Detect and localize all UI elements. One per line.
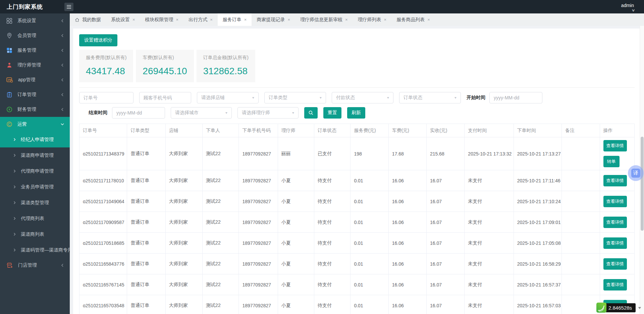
stat-value: 43417.48	[86, 66, 126, 77]
sidebar-item-system-settings[interactable]: 系统设置	[0, 13, 70, 28]
transfer-order-button[interactable]: 转单	[603, 156, 620, 167]
table-row: o251021165767145 普通订单 大师到家 测试22 18977092…	[79, 274, 635, 295]
view-detail-button[interactable]: 查看详情	[603, 175, 627, 186]
city-placeholder: 请选择城市	[175, 110, 199, 116]
sidebar-item-orders[interactable]: 订单管理	[0, 87, 70, 102]
submenu-item[interactable]: 代理商申请管理	[0, 163, 70, 179]
filter-row-2: 结束时间 请选择城市 ▼ 请选择理疗师 ▼ 重置 刷新	[79, 107, 635, 119]
chevron-left-icon	[60, 48, 64, 52]
chevron-right-icon	[13, 185, 16, 189]
view-detail-button[interactable]: 查看详情	[603, 279, 627, 290]
close-icon[interactable]: ×	[132, 17, 135, 22]
reset-button[interactable]: 重置	[323, 107, 341, 119]
tab-label: 理疗师列表	[358, 17, 381, 23]
view-detail-button[interactable]: 查看详情	[603, 217, 627, 228]
cell-therapist: 丽丽	[278, 137, 314, 170]
close-icon[interactable]: ×	[176, 17, 179, 22]
view-detail-button[interactable]: 查看详情	[603, 140, 627, 151]
order-status-select[interactable]: 订单状态 ▼	[399, 92, 461, 103]
close-icon[interactable]: ×	[210, 17, 213, 22]
view-detail-button[interactable]: 查看详情	[603, 237, 627, 249]
user-menu[interactable]: admin ∨	[621, 1, 634, 12]
load-time-value: 2.846528s	[605, 303, 636, 312]
shop-select[interactable]: 请选择店铺 ▼	[197, 92, 259, 103]
column-header: 店铺	[165, 124, 202, 137]
customer-phone-input[interactable]	[139, 92, 191, 103]
cell-actions: 查看详情	[600, 191, 634, 212]
page-timer-badge: 2.846528s ▼	[596, 303, 641, 313]
submenu-item[interactable]: 渠道商申请管理	[0, 147, 70, 163]
chevron-right-icon	[13, 153, 16, 157]
column-header: 理疗师	[278, 124, 314, 137]
view-detail-button[interactable]: 查看详情	[603, 196, 627, 207]
svg-text:¥: ¥	[8, 108, 10, 111]
sidebar-item-finance[interactable]: ¥ 财务管理	[0, 102, 70, 117]
cell-service-fee: 0.01	[351, 254, 388, 274]
sidebar-item-app[interactable]: APP app管理	[0, 73, 70, 87]
scrollbar-thumb[interactable]	[641, 137, 644, 231]
stat-value: 312862.58	[203, 66, 249, 77]
stats-row: 服务费用(默认所有) 43417.48 车费(默认所有) 269445.10 订…	[79, 50, 635, 82]
tab[interactable]: 我的数据	[70, 13, 106, 26]
tab[interactable]: 理疗师列表 ×	[353, 13, 392, 26]
submenu-item[interactable]: 业务员申请管理	[0, 179, 70, 195]
pay-status-select[interactable]: 付款状态 ▼	[332, 92, 393, 103]
view-detail-button[interactable]: 查看详情	[603, 258, 627, 270]
close-icon[interactable]: ×	[244, 17, 247, 22]
search-button[interactable]	[304, 107, 318, 119]
sidebar-item-label: 会员管理	[17, 33, 60, 39]
city-select[interactable]: 请选择城市 ▼	[171, 107, 232, 119]
tab[interactable]: 服务订单 ×	[218, 13, 252, 26]
close-icon[interactable]: ×	[427, 17, 430, 22]
therapist-select[interactable]: 请选择理疗师 ▼	[237, 107, 299, 119]
refresh-button[interactable]: 刷新	[347, 107, 365, 119]
tab[interactable]: 出行方式 ×	[183, 13, 218, 26]
submenu-item-label: 代理商列表	[21, 216, 44, 222]
chevron-down-icon: ▼	[386, 96, 390, 99]
chevron-down-icon[interactable]: ▼	[637, 306, 642, 310]
tab[interactable]: 服务商品列表 ×	[391, 13, 435, 26]
order-no-input[interactable]	[79, 92, 133, 103]
cell-phone: 18977092827	[239, 254, 278, 274]
stat-card: 服务费用(默认所有) 43417.48	[79, 50, 133, 82]
end-date-input[interactable]	[112, 107, 165, 119]
translate-button[interactable]: 译	[628, 165, 644, 181]
submenu-item[interactable]: 渠道商列表	[0, 226, 70, 242]
tab[interactable]: 理疗师信息更新审核 ×	[295, 13, 353, 26]
sidebar-toggle-button[interactable]	[64, 3, 73, 11]
chevron-left-icon	[60, 263, 64, 267]
column-header: 下单人	[203, 124, 239, 137]
close-icon[interactable]: ×	[287, 17, 290, 22]
sidebar-item-label: 运营	[17, 121, 60, 127]
therapist-placeholder: 请选择理疗师	[242, 110, 270, 116]
sidebar-item-services[interactable]: 服务管理	[0, 43, 70, 58]
submenu-item[interactable]: 经纪人申请管理	[0, 132, 70, 147]
cell-order-time: 2025-10-21 16:57:03	[514, 295, 561, 314]
set-gift-points-button[interactable]: 设置赠送积分	[79, 34, 117, 46]
cell-phone: 18977092827	[239, 137, 278, 170]
tab[interactable]: 系统设置 ×	[106, 13, 140, 26]
close-icon[interactable]: ×	[384, 17, 387, 22]
order-type-select[interactable]: 订单类型 ▼	[264, 92, 326, 103]
cell-order-no: o251021165767145	[79, 274, 127, 295]
sidebar-item-label: 门店管理	[18, 262, 60, 268]
cell-order-no: o251021170909587	[79, 212, 127, 233]
submenu-item[interactable]: 代理商列表	[0, 211, 70, 226]
cell-order-no: o251021165703548	[79, 295, 127, 314]
tab[interactable]: 模块权限管理 ×	[140, 13, 184, 26]
cell-pay-time: 未支付	[465, 170, 514, 191]
submenu-item[interactable]: 渠道码管理—渠道商专用	[0, 242, 70, 258]
sidebar-item-therapists[interactable]: 理疗师管理	[0, 58, 70, 73]
cell-shop: 大师到家	[165, 137, 202, 170]
close-icon[interactable]: ×	[345, 17, 348, 22]
sidebar-item-members[interactable]: 会员管理	[0, 28, 70, 43]
submenu-item[interactable]: 渠道类型管理	[0, 195, 70, 211]
sidebar-item-stores[interactable]: 门店管理	[0, 258, 70, 273]
tab[interactable]: 商家提现记录 ×	[252, 13, 295, 26]
start-date-input[interactable]	[489, 92, 542, 103]
sidebar-item-operation[interactable]: 运营	[0, 117, 70, 132]
cell-buyer: 测试22	[203, 137, 239, 170]
stat-card: 订单总金额(默认所有) 312862.58	[197, 50, 255, 82]
cell-remark	[562, 170, 600, 191]
pay-status-placeholder: 付款状态	[336, 95, 355, 101]
